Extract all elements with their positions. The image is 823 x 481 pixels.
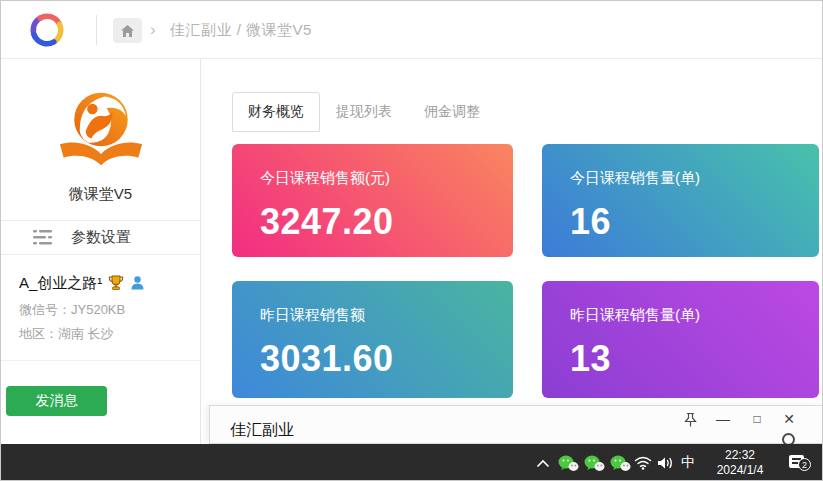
app-swirl-logo-icon	[25, 8, 69, 52]
tab-withdraw-list[interactable]: 提现列表	[320, 92, 408, 132]
header-divider	[96, 15, 97, 45]
contact-name: A_创业之路¹	[19, 274, 102, 293]
stat-card-today-sales-count: 今日课程销售量(单) 16	[542, 144, 819, 257]
trophy-icon	[108, 275, 124, 291]
stat-card-today-sales-amount: 今日课程销售额(元) 3247.20	[232, 144, 513, 257]
stat-card-value: 3247.20	[260, 201, 513, 243]
overlay-window-title: 佳汇副业	[230, 420, 294, 441]
tray-time: 22:32	[725, 448, 755, 463]
maximize-button[interactable]: □	[745, 408, 769, 430]
sidebar-item-settings-label: 参数设置	[71, 228, 131, 247]
overlay-window: 佳汇副业 — □ ✕	[209, 405, 823, 444]
speaker-icon	[657, 456, 675, 470]
tab-commission-adjust[interactable]: 佣金调整	[408, 92, 496, 132]
contact-wechat-id: 微信号：JY520KB	[1, 301, 200, 319]
home-icon	[120, 24, 135, 38]
sidebar: 微课堂V5 参数设置 A_创业之路¹	[1, 59, 201, 444]
home-button[interactable]	[113, 18, 142, 43]
sidebar-app-name: 微课堂V5	[1, 185, 200, 204]
breadcrumb[interactable]: 佳汇副业 / 微课堂V5	[170, 1, 312, 59]
tray-wechat-icon-2[interactable]	[583, 444, 605, 481]
stat-card-value: 16	[570, 201, 819, 243]
tray-ime-indicator[interactable]: 中	[679, 444, 697, 481]
stat-card-title: 今日课程销售量(单)	[570, 169, 819, 188]
stat-card-yesterday-sales-amount: 昨日课程销售额 3031.60	[232, 281, 513, 398]
pin-icon	[684, 412, 697, 427]
stat-card-title: 昨日课程销售量(单)	[570, 306, 819, 325]
windows-taskbar: 中 22:32 2024/1/4 2	[1, 444, 822, 481]
settings-list-icon	[33, 230, 52, 245]
profile-divider	[1, 360, 200, 361]
finance-tabbar: 财务概览 提现列表 佣金调整	[232, 92, 496, 132]
close-button[interactable]: ✕	[777, 408, 801, 430]
chevron-up-icon	[536, 459, 550, 468]
action-center-button[interactable]: 2	[782, 444, 816, 481]
wechat-icon	[558, 455, 579, 472]
brand-logo-icon	[53, 87, 149, 173]
top-header: › 佳汇副业 / 微课堂V5	[1, 1, 822, 59]
minimize-button[interactable]: —	[711, 408, 735, 430]
tab-finance-overview[interactable]: 财务概览	[232, 92, 320, 132]
pin-window-button[interactable]	[678, 408, 702, 430]
tray-wechat-icon-1[interactable]	[557, 444, 579, 481]
wechat-icon	[584, 455, 605, 472]
stat-card-yesterday-sales-count: 昨日课程销售量(单) 13	[542, 281, 819, 398]
send-message-button[interactable]: 发消息	[6, 386, 107, 416]
contact-region: 地区：湖南 长沙	[1, 325, 200, 343]
tray-date: 2024/1/4	[717, 463, 764, 478]
notification-badge: 2	[798, 458, 811, 471]
desktop-screen: › 佳汇副业 / 微课堂V5 微课堂V5	[0, 0, 823, 481]
tray-wechat-icon-3[interactable]	[609, 444, 631, 481]
wechat-icon	[610, 455, 631, 472]
wifi-icon	[634, 456, 652, 470]
stat-card-title: 今日课程销售额(元)	[260, 169, 513, 188]
breadcrumb-chevron-icon: ›	[150, 1, 156, 59]
tray-network-button[interactable]	[633, 444, 653, 481]
sidebar-item-settings[interactable]: 参数设置	[1, 220, 200, 255]
male-contact-icon	[131, 276, 144, 290]
contact-profile: A_创业之路¹ 微信号：JY520KB 地区：湖南 长沙	[1, 271, 200, 361]
tray-volume-button[interactable]	[655, 444, 677, 481]
tray-expand-button[interactable]	[534, 444, 552, 481]
tray-clock[interactable]: 22:32 2024/1/4	[701, 444, 779, 481]
stat-card-value: 3031.60	[260, 338, 513, 380]
stat-card-title: 昨日课程销售额	[260, 306, 513, 325]
stat-card-value: 13	[570, 338, 819, 380]
